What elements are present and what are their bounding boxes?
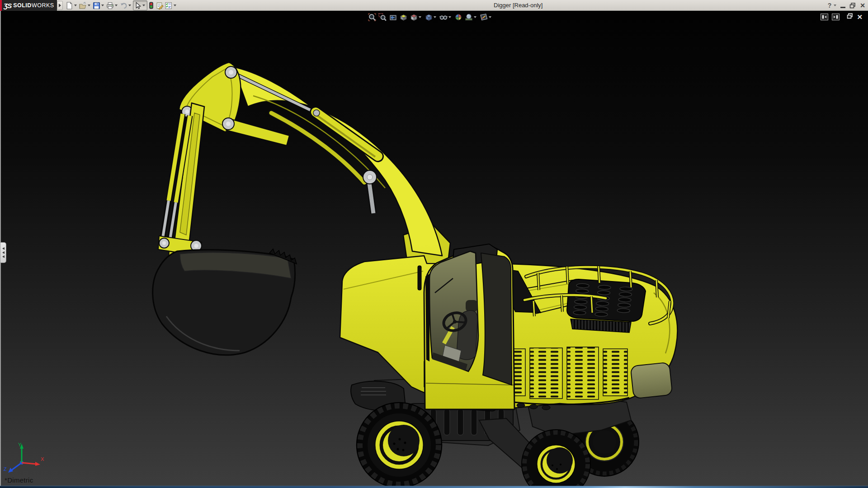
logo-red-stripe xyxy=(0,0,2,11)
zoom-to-area-icon xyxy=(378,13,387,21)
solidworks-brandmark: ƷS xyxy=(4,2,11,9)
minimize-button[interactable] xyxy=(840,3,845,8)
apply-scene-dropdown-arrow[interactable] xyxy=(474,16,476,18)
next-document-button[interactable] xyxy=(832,14,840,20)
collapse-arrow-icon xyxy=(2,247,5,250)
hide-show-dropdown-arrow[interactable] xyxy=(448,16,451,18)
view-settings-button[interactable] xyxy=(479,12,493,22)
door-window xyxy=(481,253,512,385)
rear-window xyxy=(630,362,672,399)
undo-dropdown-arrow[interactable] xyxy=(128,5,131,6)
solidworks-wordmark: SOLIDWORKS xyxy=(13,2,54,9)
new-document-icon xyxy=(66,2,73,9)
view-settings-dropdown-arrow[interactable] xyxy=(489,16,491,18)
restore-button[interactable] xyxy=(849,3,856,9)
heads-up-view-toolbar xyxy=(367,12,493,22)
view-orientation-icon xyxy=(410,13,418,21)
display-style-button[interactable] xyxy=(424,12,438,22)
display-style-icon xyxy=(425,13,433,21)
side-mirror xyxy=(418,266,421,290)
solidworks-logo: ƷS SOLIDWORKS xyxy=(0,0,57,11)
excavator-cab[interactable] xyxy=(418,244,514,409)
triad-z-label: Z xyxy=(4,466,7,472)
view-orientation-label: *Dimetric xyxy=(5,476,33,484)
new-document-button[interactable] xyxy=(65,0,79,10)
previous-view-button[interactable] xyxy=(388,12,398,22)
save-button[interactable] xyxy=(92,0,106,10)
restore-icon xyxy=(849,3,856,9)
rebuild-traffic-light-button[interactable] xyxy=(147,0,155,10)
document-restore-button[interactable] xyxy=(847,13,853,21)
close-button[interactable]: ✕ xyxy=(860,2,865,9)
section-view-button[interactable] xyxy=(398,12,408,22)
menu-expand-button[interactable] xyxy=(57,1,63,10)
view-settings-icon xyxy=(480,13,488,21)
open-button[interactable] xyxy=(79,0,92,10)
undo-button[interactable] xyxy=(119,0,133,10)
doc-restore-icon xyxy=(847,13,853,19)
print-button[interactable] xyxy=(106,0,119,10)
edit-appearance-button[interactable] xyxy=(453,12,463,22)
excavator-bucket[interactable] xyxy=(153,249,297,355)
traffic-light-icon xyxy=(148,2,155,9)
edit-appearance-icon xyxy=(454,13,462,21)
save-icon xyxy=(93,2,100,9)
graphics-area[interactable]: ✕ Y X Z *Dimetric xyxy=(0,11,868,488)
open-icon xyxy=(79,2,87,9)
document-window-controls: ✕ xyxy=(821,13,863,21)
triad-x-label: X xyxy=(41,456,44,462)
options-icon xyxy=(165,2,173,9)
zoom-to-fit-button[interactable] xyxy=(367,12,377,22)
collapse-arrow-icon xyxy=(2,251,5,254)
titlebar-controls: ? ✕ xyxy=(828,0,865,11)
zoom-to-area-button[interactable] xyxy=(377,12,387,22)
file-properties-button[interactable] xyxy=(155,0,164,10)
display-style-dropdown-arrow[interactable] xyxy=(434,16,436,18)
undo-icon xyxy=(120,2,127,9)
print-icon xyxy=(106,2,114,9)
help-dropdown-arrow[interactable] xyxy=(834,5,836,6)
pane-right-icon xyxy=(833,15,838,19)
new-dropdown-arrow[interactable] xyxy=(74,5,77,6)
save-dropdown-arrow[interactable] xyxy=(101,5,104,6)
select-button[interactable] xyxy=(133,0,147,10)
triad-y-label: Y xyxy=(18,442,22,447)
zoom-to-fit-icon xyxy=(368,13,376,21)
minimize-icon xyxy=(840,7,845,8)
wheel-front-left xyxy=(357,403,442,488)
select-dropdown-arrow[interactable] xyxy=(142,5,145,6)
file-properties-icon xyxy=(156,2,164,9)
titlebar: ƷS SOLIDWORKS xyxy=(0,0,868,11)
previous-view-icon xyxy=(389,13,397,21)
solidworks-window: ƷS SOLIDWORKS xyxy=(0,0,868,488)
view-orientation-button[interactable] xyxy=(409,12,423,22)
previous-document-button[interactable] xyxy=(821,14,828,20)
select-cursor-icon xyxy=(134,2,142,9)
section-view-icon xyxy=(399,13,407,21)
document-close-button[interactable]: ✕ xyxy=(857,14,863,20)
apply-scene-button[interactable] xyxy=(464,12,478,22)
options-button[interactable] xyxy=(164,0,178,10)
hide-show-items-button[interactable] xyxy=(439,12,453,22)
reference-triad: Y X Z xyxy=(2,441,47,477)
hide-show-items-icon xyxy=(439,13,448,21)
document-title: Digger [Read-only] xyxy=(494,0,542,11)
taskbar-edge xyxy=(0,486,868,488)
open-dropdown-arrow[interactable] xyxy=(88,5,90,6)
view-orientation-dropdown-arrow[interactable] xyxy=(419,16,421,18)
print-dropdown-arrow[interactable] xyxy=(115,5,118,6)
panel-splitter-tab[interactable] xyxy=(0,242,6,263)
pane-left-icon xyxy=(822,15,827,19)
expand-arrow-icon xyxy=(59,4,61,7)
excavator-3d-model[interactable] xyxy=(0,11,868,488)
options-dropdown-arrow[interactable] xyxy=(174,5,176,6)
help-button[interactable]: ? xyxy=(828,2,832,9)
standard-toolbar xyxy=(65,0,178,11)
apply-scene-icon xyxy=(465,13,473,21)
collapse-arrow-icon xyxy=(2,255,5,258)
